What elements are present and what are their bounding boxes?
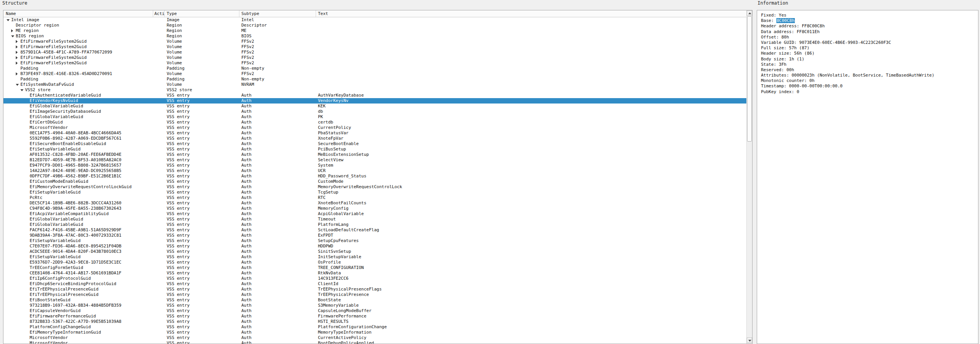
tree-row[interactable]: 5592F0B6-8902-4287-A069-EDCDBF567C61VSS … xyxy=(3,136,746,141)
tree-row[interactable]: PlatformConfigChangeGuidVSS entryAuthPla… xyxy=(3,324,746,330)
tree-row[interactable]: EfiFirmwareFileSystem2GuidVolumeFFSv2 xyxy=(3,44,746,50)
tree-column-header: Name Acti Type Subtype Text xyxy=(3,10,746,17)
tree-row[interactable]: MicrosoftVendorVSS entryAuthCurrentPolic… xyxy=(3,125,746,130)
tree-row[interactable]: MicrosoftVendorVSS entryAuthCurrentActiv… xyxy=(3,335,746,341)
tree-row[interactable]: EfiSystemNvDataFvGuidVolumeNVRAM xyxy=(3,82,746,87)
scroll-down-button[interactable] xyxy=(747,337,752,343)
tree-row[interactable]: 973218B9-1697-432A-8B34-4884B5DFB359VSS … xyxy=(3,303,746,308)
expand-arrow-icon[interactable] xyxy=(16,72,18,75)
expand-arrow-icon[interactable] xyxy=(16,56,18,59)
tree-row[interactable]: VSS2 storeVSS2 store xyxy=(3,87,746,93)
tree-row[interactable]: EfiIp6ConfigProtocolGuidVSS entryAuth14C… xyxy=(3,276,746,281)
tree-row[interactable]: BIOS regionRegionBIOS xyxy=(3,33,746,39)
tree-row[interactable]: ME regionRegionME xyxy=(3,28,746,33)
tree-row[interactable]: EfiGlobalVariableGuidVSS entryAuthPlatfo… xyxy=(3,222,746,227)
tree-row[interactable]: EfiMemoryOverwriteRequestControlLockGuid… xyxy=(3,184,746,190)
collapse-arrow-icon[interactable] xyxy=(7,19,10,21)
cell-type: VSS entry xyxy=(165,152,239,157)
cell-text: db xyxy=(316,109,746,114)
tree-row[interactable]: EfiTrEEPhysicalPresenceGuidVSS entryAuth… xyxy=(3,287,746,292)
tree-row[interactable]: TrEEConfigFormSetGuidVSS entryAuthTREE_C… xyxy=(3,265,746,271)
cell-text: XnoteBootFailCounts xyxy=(316,200,746,206)
column-header-subtype[interactable]: Subtype xyxy=(239,10,316,17)
tree-row[interactable]: AF013532-C828-4FBD-20AE-FEE6AFBEDD4EVSS … xyxy=(3,152,746,157)
tree-row[interactable]: 8579D1CA-45E8-4F1C-A789-FFA770672099Volu… xyxy=(3,50,746,55)
cell-action xyxy=(153,98,165,104)
tree-row[interactable]: EfiFirmwareFileSystem2GuidVolumeFFSv2 xyxy=(3,60,746,66)
tree-row[interactable]: C94F8C4D-9B9A-45FE-8A55-238B67302643VSS … xyxy=(3,206,746,211)
cell-name: EfiGlobalVariableGuid xyxy=(3,104,153,109)
column-header-text[interactable]: Text xyxy=(316,10,746,17)
tree-row[interactable]: PaddingPaddingNon-empty xyxy=(3,66,746,71)
information-panel: Fixed: YesBase: 8C00C8hHeader address: F… xyxy=(757,10,978,344)
tree-row[interactable]: 0EC1A7F5-4904-40A0-8EAB-4BCC4666DA45VSS … xyxy=(3,130,746,136)
cell-type: VSS entry xyxy=(165,292,239,297)
collapse-arrow-icon[interactable] xyxy=(11,35,14,37)
tree-row[interactable]: EfiSetupVariableGuidVSS entryAuthSetupCp… xyxy=(3,238,746,244)
tree-row[interactable]: EfiCertDbGuidVSS entryAuthcertdb xyxy=(3,120,746,125)
cell-action xyxy=(153,28,165,33)
tree-row[interactable]: ACDC5EEE-9014-4DA4-820F-D43B78010EC3VSS … xyxy=(3,249,746,254)
tree-row[interactable]: EfiSecureBootEnableDisableGuidVSS entryA… xyxy=(3,141,746,147)
cell-type: Volume xyxy=(165,60,239,66)
tree-row[interactable]: EfiCustomModeEnableGuidVSS entryAuthCust… xyxy=(3,179,746,184)
tree-row[interactable]: DEC5CF14-1B9B-4BE6-882B-3DCCC4A31260VSS … xyxy=(3,200,746,206)
expand-arrow-icon[interactable] xyxy=(11,29,13,32)
column-header-type[interactable]: Type xyxy=(165,10,239,17)
tree-row[interactable]: E947FCF9-DD01-4965-B808-32A7B6815657VSS … xyxy=(3,163,746,168)
tree-row-selected[interactable]: EfiVendorKeysNvGuidVSS entryAuthVendorKe… xyxy=(3,98,746,104)
tree-row[interactable]: EfiFirmwarePerformanceGuidVSS entryAuthF… xyxy=(3,314,746,319)
tree-row[interactable]: EfiSetupVariableGuidVSS entryAuthPciBusS… xyxy=(3,147,746,152)
tree-row[interactable]: 8732B833-5367-422C-A77D-99E5B51039A8VSS … xyxy=(3,319,746,324)
tree-row[interactable]: EfiGlobalVariableGuidVSS entryAuthPK xyxy=(3,114,746,120)
column-header-name[interactable]: Name xyxy=(3,10,153,17)
tree-row[interactable]: 0DFFC7DF-49B6-4562-B9BF-E51C2B6E1B1CVSS … xyxy=(3,174,746,179)
tree-row[interactable]: MicrosoftVendorVSS entryAuthBootDebugPol… xyxy=(3,341,746,344)
tree-row[interactable]: EfiBootStateGuidVSS entryAuthBootState xyxy=(3,297,746,303)
tree-row[interactable]: PcRtcVSS entryAuthRTC xyxy=(3,195,746,200)
tree-row[interactable]: EfiAuthenticatedVariableGuidVSS entryAut… xyxy=(3,93,746,98)
cell-subtype: Auth xyxy=(239,222,316,227)
cell-text: BootState xyxy=(316,297,746,303)
column-header-action[interactable]: Acti xyxy=(153,10,165,17)
tree-row[interactable]: FACF6142-F416-45BE-A9B1-51A65D929D9FVSS … xyxy=(3,227,746,233)
tree-row[interactable]: EfiTrEEPhysicalPresenceGuidVSS entryAuth… xyxy=(3,292,746,297)
tree-row[interactable]: PaddingPaddingNon-empty xyxy=(3,77,746,82)
tree-row[interactable]: CEE81408-4764-4314-AB17-5D61691BDA1FVSS … xyxy=(3,271,746,276)
expand-arrow-icon[interactable] xyxy=(16,45,18,48)
expand-arrow-icon[interactable] xyxy=(16,40,18,43)
tree-row[interactable]: EfiDhcp6ServiceBindingProtocolGuidVSS en… xyxy=(3,281,746,287)
tree-row[interactable]: B12ED7D7-4D59-4E7B-BF53-A010B5A82AC0VSS … xyxy=(3,157,746,163)
tree-row[interactable]: EfiMemoryTypeInformationGuidVSS entryAut… xyxy=(3,330,746,335)
cell-type: VSS entry xyxy=(165,319,239,324)
tree-row[interactable]: EfiAcpiVariableCompatiblityGuidVSS entry… xyxy=(3,211,746,217)
expand-arrow-icon[interactable] xyxy=(16,51,18,54)
expand-arrow-icon[interactable] xyxy=(16,62,18,65)
tree-row[interactable]: EfiGlobalVariableGuidVSS entryAuthKEK xyxy=(3,104,746,109)
tree-row[interactable]: 14A22A97-8424-489E-9EAD-DC09255658B5VSS … xyxy=(3,168,746,174)
cell-type: VSS entry xyxy=(165,314,239,319)
tree-vertical-scrollbar[interactable] xyxy=(746,10,752,344)
tree-row[interactable]: EfiImageSecurityDatabaseGuidVSS entryAut… xyxy=(3,109,746,114)
cell-subtype: BIOS xyxy=(239,33,316,39)
tree-row[interactable]: EfiGlobalVariableGuidVSS entryAuthTimeou… xyxy=(3,217,746,222)
tree-row[interactable]: Intel imageImageIntel xyxy=(3,17,746,23)
tree-row[interactable]: EfiSetupVariableGuidVSS entryAuthTcgSetu… xyxy=(3,190,746,195)
tree-row[interactable]: Descriptor regionRegionDescriptor xyxy=(3,23,746,28)
info-line: Data address: FF8C011Eh xyxy=(761,29,978,35)
collapse-arrow-icon[interactable] xyxy=(20,89,23,91)
tree-row[interactable]: 9DAB39A4-3F8A-47AC-80C3-400729332C81VSS … xyxy=(3,233,746,238)
tree-row[interactable]: EfiSetupVariableGuidVSS entryAuthInitSet… xyxy=(3,254,746,260)
cell-type: VSS entry xyxy=(165,179,239,184)
scrollbar-thumb[interactable] xyxy=(747,16,752,142)
tree-row[interactable]: EfiFirmwareFileSystem2GuidVolumeFFSv2 xyxy=(3,55,746,60)
collapse-arrow-icon[interactable] xyxy=(16,84,19,86)
tree-row[interactable]: EfiFirmwareFileSystem2GuidVolumeFFSv2 xyxy=(3,39,746,44)
tree-row[interactable]: C7E07E07-FD36-4DA6-8EC0-8954521F04DBVSS … xyxy=(3,244,746,249)
scroll-up-button[interactable] xyxy=(747,10,752,16)
tree-row[interactable]: E59376D7-2DD9-42A3-9EC8-1D71D5E3C1ECVSS … xyxy=(3,260,746,265)
tree-row[interactable]: EfiCapsuleVendorGuidVSS entryAuthCapsule… xyxy=(3,308,746,314)
tree-row[interactable]: B73FE497-B92E-416E-8326-45AD0D270091Volu… xyxy=(3,71,746,77)
cell-name: Descriptor region xyxy=(3,23,153,28)
cell-subtype: Auth xyxy=(239,168,316,174)
